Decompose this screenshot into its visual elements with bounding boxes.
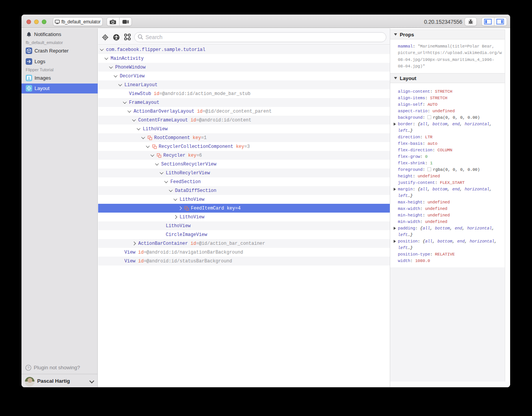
svg-text:?: ? bbox=[27, 365, 29, 370]
